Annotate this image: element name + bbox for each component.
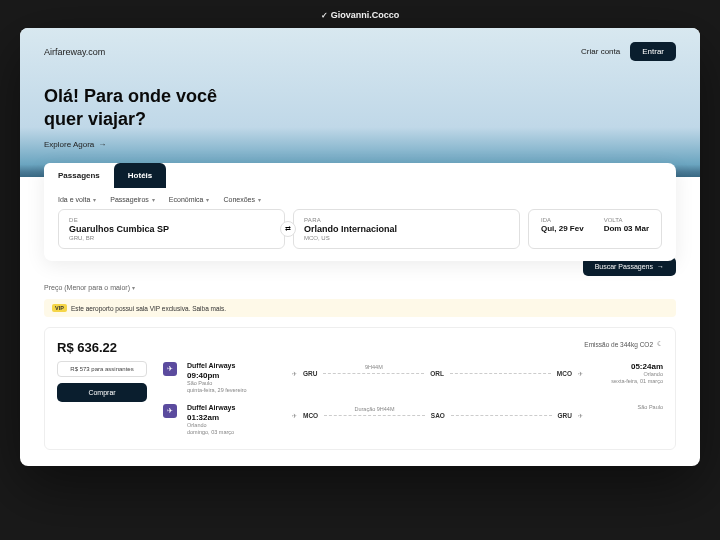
route-diagram: ✈ GRU 9H44M ORL MCO ✈ (292, 362, 583, 377)
tab-flights[interactable]: Passagens (44, 163, 114, 188)
return-leg: ✈ Duffel Airways 01:32am Orlando domingo… (163, 404, 663, 436)
plane-icon: ✈ (578, 412, 583, 419)
chevron-down-icon: ▾ (206, 196, 209, 203)
arrow-right-icon: → (657, 263, 664, 270)
arrow-right-icon: → (98, 140, 106, 149)
search-inputs: DE Guarulhos Cumbica SP GRU, BR ⇄ PARA O… (44, 209, 676, 261)
outbound-leg: ✈ Duffel Airways 09:40pm São Paulo quint… (163, 362, 663, 394)
app-window: Airfareway.com Criar conta Entrar Olá! P… (20, 28, 700, 466)
tab-hotels[interactable]: Hotéis (114, 163, 166, 188)
search-tabs: Passagens Hotéis (44, 163, 676, 188)
chevron-down-icon: ▾ (258, 196, 261, 203)
airline-logo-icon: ✈ (163, 362, 177, 376)
sort-dropdown[interactable]: Preço (Menor para o maior) ▾ (44, 284, 676, 291)
chevron-down-icon: ▾ (152, 196, 155, 203)
create-account-link[interactable]: Criar conta (581, 47, 620, 56)
logo[interactable]: Airfareway.com (44, 47, 105, 57)
header-actions: Criar conta Entrar (581, 42, 676, 61)
filter-passengers[interactable]: Passageiros▾ (110, 196, 155, 203)
flights-column: Emissão de 344kg CO2 ☾ ✈ Duffel Airways … (163, 340, 663, 437)
moon-icon: ☾ (657, 340, 663, 348)
hero-title: Olá! Para onde você quer viajar? (44, 85, 676, 130)
designer-credit: ✓ Giovanni.Cocco (321, 10, 400, 20)
flight-result-card: R$ 636.22 R$ 573 para assinantes Comprar… (44, 327, 676, 450)
swap-icon[interactable]: ⇄ (280, 221, 296, 237)
co2-emission: Emissão de 344kg CO2 ☾ (163, 340, 663, 348)
results-section: Preço (Menor para o maior) ▾ VIP Este ae… (20, 284, 700, 466)
price-amount: R$ 636.22 (57, 340, 147, 355)
hero-section: Airfareway.com Criar conta Entrar Olá! P… (20, 28, 700, 276)
chevron-down-icon: ▾ (132, 285, 135, 291)
filter-trip-type[interactable]: Ida e volta▾ (58, 196, 96, 203)
route-diagram: ✈ MCO Duração 9H44M SAO GRU ✈ (292, 404, 583, 419)
destination-input[interactable]: PARA Orlando Internacional MCO, US (293, 209, 520, 249)
filter-class[interactable]: Econômica▾ (169, 196, 210, 203)
plane-icon: ✈ (292, 370, 297, 377)
search-card: Passagens Hotéis Ida e volta▾ Passageiro… (44, 163, 676, 261)
filter-connections[interactable]: Conexões▾ (223, 196, 261, 203)
origin-input[interactable]: DE Guarulhos Cumbica SP GRU, BR ⇄ (58, 209, 285, 249)
price-column: R$ 636.22 R$ 573 para assinantes Comprar (57, 340, 147, 437)
chevron-down-icon: ▾ (93, 196, 96, 203)
buy-button[interactable]: Comprar (57, 383, 147, 402)
vip-banner[interactable]: VIP Este aeroporto possui sala VIP exclu… (44, 299, 676, 317)
check-icon: ✓ (321, 11, 328, 20)
airline-logo-icon: ✈ (163, 404, 177, 418)
explore-link[interactable]: Explore Agora → (44, 140, 676, 149)
date-input[interactable]: IDA Qui, 29 Fev VOLTA Dom 03 Mar (528, 209, 662, 249)
header: Airfareway.com Criar conta Entrar (44, 42, 676, 61)
login-button[interactable]: Entrar (630, 42, 676, 61)
vip-badge: VIP (52, 304, 67, 312)
subscriber-price[interactable]: R$ 573 para assinantes (57, 361, 147, 377)
filter-row: Ida e volta▾ Passageiros▾ Econômica▾ Con… (44, 188, 676, 209)
plane-icon: ✈ (292, 412, 297, 419)
plane-icon: ✈ (578, 370, 583, 377)
